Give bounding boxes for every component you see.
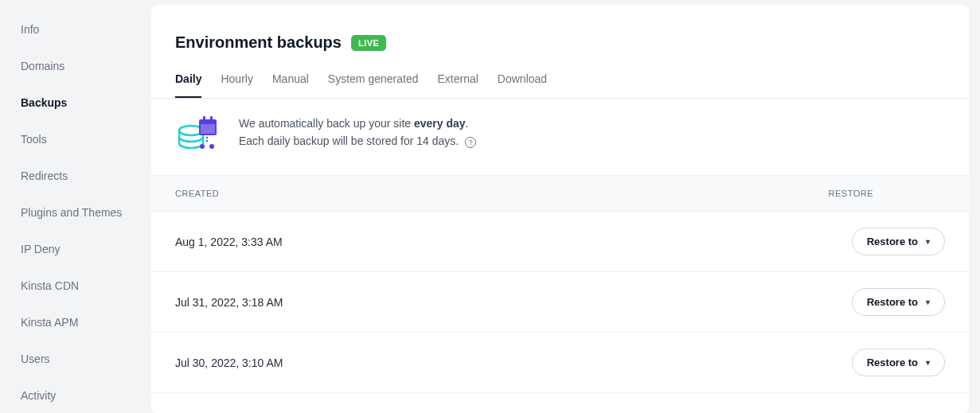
table-row: Jul 30, 2022, 3:10 AM Restore to ▾ xyxy=(151,333,969,393)
sidebar-item-info[interactable]: Info xyxy=(21,24,151,35)
table-row: Aug 1, 2022, 3:33 AM Restore to ▾ xyxy=(151,212,969,272)
info-line1-prefix: We automatically back up your site xyxy=(239,117,414,130)
info-line2: Each daily backup will be stored for 14 … xyxy=(239,134,459,147)
page-title: Environment backups xyxy=(175,33,342,52)
main-panel: Environment backups LIVE Daily Hourly Ma… xyxy=(151,5,969,413)
sidebar-item-plugins-themes[interactable]: Plugins and Themes xyxy=(21,207,151,218)
tab-hourly[interactable]: Hourly xyxy=(221,72,252,98)
tab-system-generated[interactable]: System generated xyxy=(328,72,419,98)
th-created: CREATED xyxy=(175,189,219,198)
help-icon[interactable]: ? xyxy=(465,137,476,148)
sidebar-item-users[interactable]: Users xyxy=(21,353,151,364)
tab-manual[interactable]: Manual xyxy=(272,72,309,98)
svg-rect-3 xyxy=(203,116,205,121)
info-banner: We automatically back up your site every… xyxy=(151,99,969,175)
restore-button-label: Restore to xyxy=(867,236,918,247)
restore-button[interactable]: Restore to ▾ xyxy=(852,288,945,316)
sidebar-item-backups[interactable]: Backups xyxy=(21,97,151,108)
cell-created: Aug 1, 2022, 3:33 AM xyxy=(175,236,283,248)
cell-created: Jul 31, 2022, 3:18 AM xyxy=(175,296,283,309)
info-line1-bold: every day xyxy=(414,117,466,130)
table-row: Jul 31, 2022, 3:18 AM Restore to ▾ xyxy=(151,272,969,333)
chevron-down-icon: ▾ xyxy=(926,298,930,306)
tab-external[interactable]: External xyxy=(437,72,478,98)
sidebar-item-redirects[interactable]: Redirects xyxy=(21,170,151,181)
restore-button-label: Restore to xyxy=(867,296,918,308)
chevron-down-icon: ▾ xyxy=(926,358,930,367)
page-header: Environment backups LIVE xyxy=(151,33,969,52)
svg-rect-4 xyxy=(210,116,213,121)
sidebar-item-domains[interactable]: Domains xyxy=(21,60,151,72)
chevron-down-icon: ▾ xyxy=(926,237,930,246)
sidebar-item-kinsta-apm[interactable]: Kinsta APM xyxy=(21,317,151,328)
sidebar-item-kinsta-cdn[interactable]: Kinsta CDN xyxy=(21,280,151,291)
sidebar-item-activity[interactable]: Activity xyxy=(21,390,151,401)
restore-button[interactable]: Restore to ▾ xyxy=(852,228,945,255)
environment-badge: LIVE xyxy=(351,35,386,51)
tab-download[interactable]: Download xyxy=(498,72,547,98)
restore-button[interactable]: Restore to ▾ xyxy=(852,349,945,376)
backup-calendar-icon xyxy=(175,115,220,153)
sidebar-item-ip-deny[interactable]: IP Deny xyxy=(21,244,151,255)
sidebar: Info Domains Backups Tools Redirects Plu… xyxy=(0,0,151,413)
svg-point-5 xyxy=(200,144,205,149)
cell-created: Jul 30, 2022, 3:10 AM xyxy=(175,357,283,369)
info-line1-suffix: . xyxy=(466,117,469,130)
table-header: CREATED RESTORE xyxy=(151,175,969,212)
svg-rect-2 xyxy=(201,124,215,134)
sidebar-item-tools[interactable]: Tools xyxy=(21,134,151,145)
tab-daily[interactable]: Daily xyxy=(175,72,201,98)
info-text: We automatically back up your site every… xyxy=(239,115,476,150)
th-restore: RESTORE xyxy=(829,189,873,198)
svg-point-6 xyxy=(209,144,214,149)
restore-button-label: Restore to xyxy=(867,357,918,368)
tab-bar: Daily Hourly Manual System generated Ext… xyxy=(151,72,969,99)
